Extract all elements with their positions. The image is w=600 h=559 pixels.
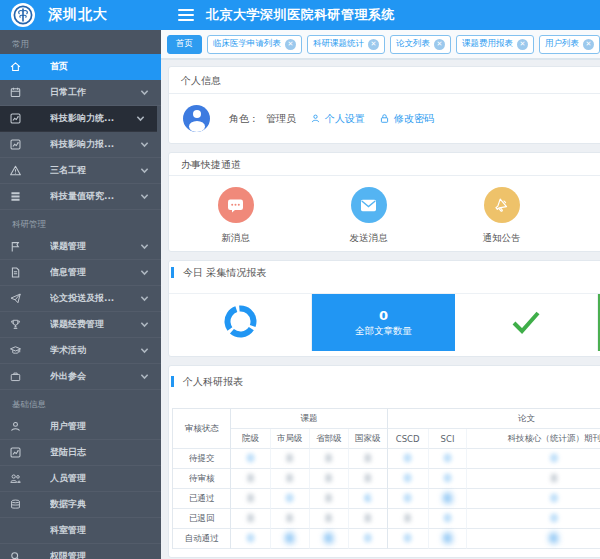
chevron-down-icon xyxy=(140,88,149,97)
sidebar-nav: 常用首页日常工作科技影响力统...科技影响力报...三名工程科技量值研究...科… xyxy=(0,30,161,559)
chevron-down-icon xyxy=(140,268,149,277)
warning-icon xyxy=(9,164,22,177)
sidebar-item[interactable]: 三名工程 xyxy=(0,158,161,184)
sidebar-item[interactable]: 数据字典 xyxy=(0,492,161,518)
table-cell: 0 xyxy=(467,449,600,469)
table-cell: 8 xyxy=(271,469,310,489)
tab-close-icon[interactable]: ✕ xyxy=(434,39,445,50)
sidebar-item[interactable]: 科技影响力报... xyxy=(0,132,161,158)
tab-bar: 首页临床医学申请列表✕科研课题统计✕论文列表✕课题费用报表✕用户列表✕ xyxy=(161,30,600,60)
tab[interactable]: 用户列表✕ xyxy=(539,35,600,54)
quick-channel[interactable]: 通知公告 xyxy=(435,187,568,245)
lock-icon xyxy=(379,113,390,124)
sidebar-item[interactable]: 科室管理 xyxy=(0,518,161,544)
sidebar-item[interactable]: 用户管理 xyxy=(0,414,161,440)
table-corner-header: 审核状态 xyxy=(173,409,231,449)
main-area: 北京大学深圳医院科研管理系统 首页临床医学申请列表✕科研课题统计✕论文列表✕课题… xyxy=(161,0,600,559)
table-cell: 8 xyxy=(310,469,349,489)
sidebar-section-label: 科研管理 xyxy=(0,210,161,234)
tab[interactable]: 课题费用报表✕ xyxy=(456,35,534,54)
panel-title: 个人信息 xyxy=(181,73,221,88)
chevron-down-icon xyxy=(140,294,149,303)
sidebar-item[interactable]: 信息管理 xyxy=(0,260,161,286)
none-icon xyxy=(9,524,22,537)
chevron-down-icon xyxy=(140,372,149,381)
sidebar-section-label: 常用 xyxy=(0,30,161,54)
table-cell: 8 xyxy=(271,509,310,529)
link-lock[interactable]: 修改密码 xyxy=(379,112,434,126)
sidebar-item[interactable]: 登陆日志 xyxy=(0,440,161,466)
document-icon xyxy=(9,266,22,279)
tab[interactable]: 临床医学申请列表✕ xyxy=(207,35,302,54)
table-col-header: CSCD xyxy=(388,429,429,449)
table-cell: 0 xyxy=(271,489,310,509)
sidebar-item[interactable]: 学术活动 xyxy=(0,338,161,364)
sidebar-item[interactable]: 论文投送及报... xyxy=(0,286,161,312)
table-cell: 8 xyxy=(231,489,270,509)
chevron-down-icon xyxy=(136,114,145,123)
sidebar-item[interactable]: 首页 xyxy=(0,54,161,80)
people-icon xyxy=(9,472,22,485)
megaphone-icon xyxy=(484,187,520,223)
sidebar-item[interactable]: 外出参会 xyxy=(0,364,161,390)
table-cell: 0 xyxy=(388,469,429,489)
sidebar-item[interactable]: 科技影响力统... xyxy=(0,106,157,132)
panel-title: 办事快捷通道 xyxy=(181,157,241,172)
user-icon xyxy=(9,420,22,433)
sidebar-item[interactable]: 日常工作 xyxy=(0,80,161,106)
panel-quick-channels: 办事快捷通道 新消息发送消息通知公告 xyxy=(168,152,600,252)
user-icon xyxy=(310,113,321,124)
table-row-label: 已通过 xyxy=(173,489,231,509)
tab[interactable]: 论文列表✕ xyxy=(390,35,451,54)
table-cell: 6 xyxy=(429,529,468,549)
chart-icon xyxy=(9,112,22,125)
table-cell: 6 xyxy=(349,489,388,509)
table-cell: 8 xyxy=(231,469,270,489)
top-header: 北京大学深圳医院科研管理系统 xyxy=(161,0,600,30)
sidebar-item[interactable]: 人员管理 xyxy=(0,466,161,492)
sidebar-item[interactable]: 课题管理 xyxy=(0,234,161,260)
mail-icon xyxy=(351,187,387,223)
menu-toggle-icon[interactable] xyxy=(178,9,194,21)
brand-name: 深圳北大 xyxy=(48,6,108,24)
sidebar: 深圳北大 常用首页日常工作科技影响力统...科技影响力报...三名工程科技量值研… xyxy=(0,0,161,559)
table-cell: 8 xyxy=(349,469,388,489)
metric-cards: 0全部文章数量 xyxy=(169,293,600,351)
quick-channel[interactable]: 发送消息 xyxy=(302,187,435,245)
table-col-header: 院级 xyxy=(231,429,270,449)
chevron-down-icon xyxy=(140,166,149,175)
metric-card-stat: 0全部文章数量 xyxy=(312,294,455,351)
panel-title: 个人科研报表 xyxy=(183,374,243,389)
sidebar-section-label: 基础信息 xyxy=(0,390,161,414)
metric-card xyxy=(455,294,598,351)
tab-close-icon[interactable]: ✕ xyxy=(517,39,528,50)
table-cell: 0 xyxy=(467,509,600,529)
table-row-label: 待提交 xyxy=(173,449,231,469)
chevron-down-icon xyxy=(140,192,149,201)
sidebar-item[interactable]: 课题经费管理 xyxy=(0,312,161,338)
trophy-icon xyxy=(9,318,22,331)
quick-channel-list: 新消息发送消息通知公告 xyxy=(169,176,600,251)
chevron-down-icon xyxy=(140,242,149,251)
sidebar-item[interactable]: 科技量值研究... xyxy=(0,184,161,210)
tab[interactable]: 首页 xyxy=(167,35,202,54)
table-cell: 6 xyxy=(271,529,310,549)
table-cell: 8 xyxy=(310,489,349,509)
sidebar-item[interactable]: 权限管理 xyxy=(0,544,161,559)
chart-icon xyxy=(9,446,22,459)
table-group-header: 课题 xyxy=(231,409,387,429)
quick-channel[interactable]: 新消息 xyxy=(169,187,302,245)
briefcase-icon xyxy=(9,370,22,383)
table-cell: 0 xyxy=(231,449,270,469)
tab[interactable]: 科研课题统计✕ xyxy=(307,35,385,54)
link-user[interactable]: 个人设置 xyxy=(310,112,365,126)
panel-today-report: 今日 采集情况报表 0全部文章数量 xyxy=(168,260,600,357)
tab-close-icon[interactable]: ✕ xyxy=(368,39,379,50)
tab-close-icon[interactable]: ✕ xyxy=(285,39,296,50)
table-cell: 8 xyxy=(310,449,349,469)
table-cell: 0 xyxy=(388,529,429,549)
table-row-label: 待审核 xyxy=(173,469,231,489)
tab-close-icon[interactable]: ✕ xyxy=(583,39,594,50)
metric-card xyxy=(169,294,312,351)
personal-links: 个人设置修改密码 xyxy=(296,112,434,126)
